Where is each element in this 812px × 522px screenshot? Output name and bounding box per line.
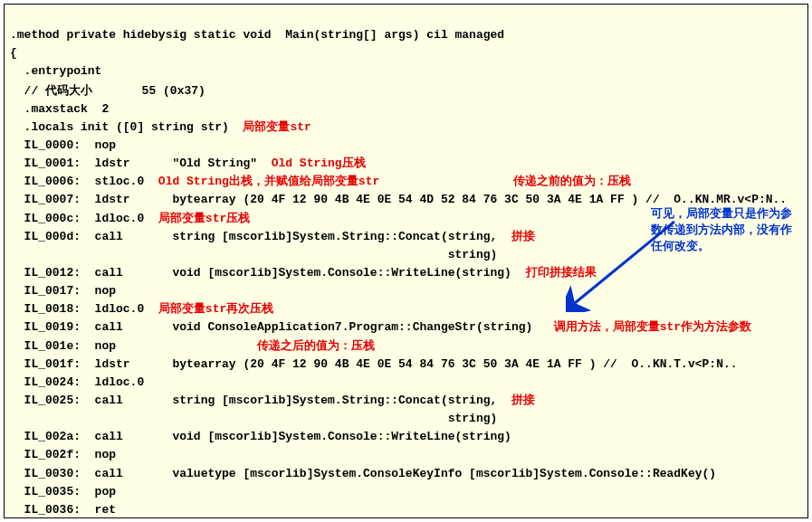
annotation-print-result: 打印拼接结果 (526, 266, 597, 280)
il-code-block: .method private hidebysig static void Ma… (5, 5, 807, 518)
line: IL_0018: ldloc.0 局部变量str再次压栈 (10, 302, 273, 316)
line: .maxstack 2 (10, 102, 109, 116)
line: IL_002a: call void [mscorlib]System.Cons… (10, 430, 511, 443)
line: IL_001f: ldstr bytearray (20 4F 12 90 4B… (10, 357, 738, 371)
line: IL_0036: ret (10, 503, 116, 517)
line: IL_000d: call string [mscorlib]System.St… (10, 230, 535, 243)
annotation-call-method: 调用方法，局部变量str作为方法参数 (554, 320, 751, 334)
annotation-local-var: 局部变量str (243, 120, 310, 134)
line: IL_0001: ldstr "Old String" Old String压栈 (10, 157, 366, 170)
line: IL_0035: pop (10, 485, 116, 498)
annotation-concat: 拼接 (511, 230, 535, 243)
line: IL_001e: nop 传递之后的值为：压栈 (10, 339, 375, 353)
code-frame: .method private hidebysig static void Ma… (4, 4, 808, 518)
line: IL_0012: call void [mscorlib]System.Cons… (10, 266, 597, 280)
annotation-localvar-push-again: 局部变量str再次压栈 (158, 302, 273, 316)
line: IL_002f: nop (10, 448, 116, 461)
line: IL_0030: call valuetype [mscorlib]System… (10, 467, 716, 480)
line: string) (10, 412, 497, 425)
annotation-oldstring-push: Old String压栈 (272, 157, 366, 170)
annotation-before-value: 传递之前的值为：压栈 (513, 175, 631, 188)
line: .entrypoint (10, 64, 101, 78)
annotation-oldstring-pop: Old String出栈，并赋值给局部变量str (158, 175, 379, 188)
annotation-after-value: 传递之后的值为：压栈 (257, 339, 375, 353)
line: IL_0024: ldloc.0 (10, 375, 144, 389)
annotation-localvar-push: 局部变量str压栈 (158, 212, 250, 225)
line: IL_0000: nop (10, 138, 116, 152)
line: IL_0019: call void ConsoleApplication7.P… (10, 320, 751, 334)
line: IL_0025: call string [mscorlib]System.St… (10, 394, 535, 407)
line: // 代码大小 55 (0x37) (10, 84, 205, 98)
line: .locals init ([0] string str) 局部变量str (10, 120, 311, 134)
annotation-concat2: 拼接 (511, 394, 535, 407)
line: string) (10, 248, 497, 261)
callout-explanation: 可见，局部变量只是作为参数传递到方法内部，没有作任何改变。 (651, 205, 800, 255)
line: IL_0017: nop (10, 284, 116, 298)
line: IL_000c: ldloc.0 局部变量str压栈 (10, 212, 250, 225)
line: { (10, 46, 17, 60)
line: .method private hidebysig static void Ma… (10, 28, 504, 42)
line: IL_0006: stloc.0 Old String出栈，并赋值给局部变量st… (10, 175, 631, 188)
